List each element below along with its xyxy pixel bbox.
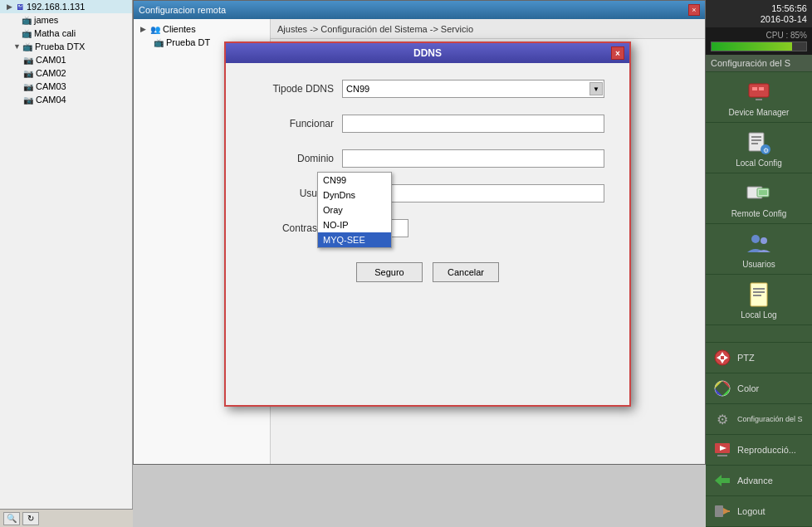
logout-button[interactable]: Logout [706,496,812,527]
sidebar-bottom-items: PTZ Color ⚙ Configuración del S [706,342,812,527]
time-display: 15:56:56 [711,3,807,13]
ddns-content: Tipode DDNS CN99 ▼ Funcionar Dominio [226,63,629,299]
svg-rect-1 [752,87,757,90]
dominio-label: Dominio [251,153,342,164]
local-config-button[interactable]: ⚙ Local Config [706,123,812,173]
contrasena-row: Contraseña [251,219,604,237]
ptz-icon [712,348,732,368]
svg-rect-27 [717,455,727,456]
tree-ip-item[interactable]: ▶ 🖥 192.168.1.131 [0,0,132,13]
date-display: 2016-03-14 [711,14,807,24]
funcionar-row: Funcionar [251,115,604,133]
dropdown-option-noip[interactable]: NO-IP [318,217,391,232]
ddns-titlebar: DDNS × [226,43,629,63]
device-manager-icon [746,79,772,105]
funcionar-input[interactable] [342,115,604,133]
svg-rect-29 [715,505,723,517]
tipo-ddns-select-wrapper: CN99 ▼ [342,80,604,98]
reproduccion-icon [712,440,732,460]
svg-text:⚙: ⚙ [763,147,769,154]
right-sidebar: 15:56:56 2016-03-14 CPU : 85% Configurac… [706,0,812,527]
svg-rect-16 [753,288,765,290]
configuracion-bottom-button[interactable]: ⚙ Configuración del S [706,404,812,435]
dropdown-option-myqsee[interactable]: MYQ-SEE [318,232,391,247]
svg-rect-2 [759,87,764,90]
svg-point-14 [761,237,767,244]
dropdown-option-dyndns[interactable]: DynDns [318,188,391,203]
svg-rect-17 [753,291,765,293]
svg-rect-12 [759,190,767,195]
left-tree-panel: ▶ 🖥 192.168.1.131 📺 james 📺 Matha cali ▼… [0,0,133,527]
dropdown-option-cn99[interactable]: CN99 [318,173,391,188]
tree-james[interactable]: 📺 james [0,13,132,27]
dropdown-list: CN99 DynDns Oray NO-IP MYQ-SEE [317,172,392,248]
tree-cam01[interactable]: 📷 CAM01 [0,53,132,66]
dominio-row: Dominio [251,149,604,168]
device-manager-button[interactable]: Device Manager [706,72,812,123]
remote-config-close-button[interactable]: × [688,4,700,16]
tree-cam04[interactable]: 📷 CAM04 [0,93,132,106]
svg-marker-28 [715,475,730,486]
remote-config-button[interactable]: Remote Config [706,173,812,224]
funcionar-label: Funcionar [251,118,342,129]
svg-rect-6 [751,139,761,141]
cancelar-button[interactable]: Cancelar [433,262,499,282]
color-button[interactable]: Color [706,373,812,404]
configuracion-icon: ⚙ [712,409,732,429]
reproduccion-button[interactable]: Reproducció... [706,435,812,466]
svg-rect-31 [723,510,730,512]
breadcrumb: Ajustes -> Configuración del Sistema -> … [271,19,705,39]
tree-prueba-dtx[interactable]: ▼ 📺 Prueba DTX [0,40,132,53]
seguro-button[interactable]: Seguro [356,262,423,282]
usuarios-button[interactable]: Usuarios [706,224,812,275]
main-content-area: Configuracion remota × ▶ 👥 Clientes 📺 Pr… [133,0,706,527]
advance-icon [712,471,732,490]
tipo-ddns-label: Tipode DDNS [251,83,342,95]
local-config-icon: ⚙ [746,129,772,156]
dropdown-option-oray[interactable]: Oray [318,203,391,217]
config-section-label: Configuración del S [706,55,812,72]
cpu-bar [711,41,807,51]
dominio-input[interactable] [342,149,604,168]
color-icon [712,378,732,398]
cpu-label: CPU : 85% [711,31,807,40]
svg-point-13 [751,235,760,243]
ddns-buttons: Seguro Cancelar [251,262,604,282]
ddns-dialog: DDNS × Tipode DDNS CN99 ▼ Funcionar [224,41,631,407]
usuarios-icon [746,231,772,257]
local-log-icon [746,281,772,308]
clients-expander: ▶ [140,25,149,33]
remote-tree-clients[interactable]: ▶ 👥 Clientes [137,22,267,36]
cpu-bar-container: CPU : 85% [706,27,812,55]
remote-config-icon [746,180,772,207]
ddns-close-button[interactable]: × [611,46,624,60]
refresh-button[interactable]: ↻ [22,512,39,525]
svg-rect-5 [751,136,761,138]
ddns-title: DDNS [413,47,442,59]
remote-config-titlebar: Configuracion remota × [134,1,705,19]
tipo-ddns-row: Tipode DDNS CN99 ▼ [251,80,604,98]
usuario-row: Usuario [251,184,604,203]
svg-rect-18 [753,295,761,296]
remote-config-title: Configuracion remota [139,5,226,15]
local-log-button[interactable]: Local Log [706,275,812,325]
svg-rect-3 [756,99,762,100]
logout-icon [712,501,732,521]
tree-matha[interactable]: 📺 Matha cali [0,27,132,40]
cpu-bar-fill [712,42,792,51]
ptz-button[interactable]: PTZ [706,343,812,373]
search-button[interactable]: 🔍 [3,512,20,525]
right-top-info: 15:56:56 2016-03-14 [706,0,812,27]
advance-button[interactable]: Advance [706,466,812,496]
svg-rect-7 [751,143,758,144]
tipo-ddns-select[interactable]: CN99 [342,80,604,98]
tree-cam03[interactable]: 📷 CAM03 [0,80,132,93]
tree-cam02[interactable]: 📷 CAM02 [0,66,132,80]
